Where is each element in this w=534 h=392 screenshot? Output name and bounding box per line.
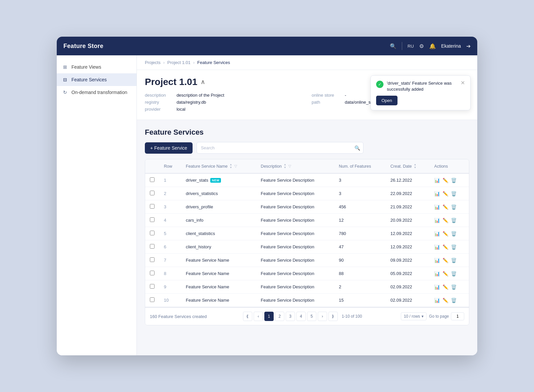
delete-icon[interactable]: 🗑️ <box>451 258 457 263</box>
row-checkbox[interactable] <box>150 257 155 262</box>
stats-icon[interactable]: 📊 <box>434 271 440 276</box>
stats-icon[interactable]: 📊 <box>434 218 440 223</box>
row-checkbox[interactable] <box>150 284 155 289</box>
search-icon[interactable]: 🔍 <box>390 43 396 49</box>
sidebar-item-feature-services[interactable]: ⊟ Feature Services <box>57 73 137 86</box>
sidebar-item-on-demand[interactable]: ↻ On-demand transformation <box>57 86 137 99</box>
search-input[interactable] <box>197 142 363 154</box>
toast-open-button[interactable]: Open <box>376 96 397 105</box>
delete-icon[interactable]: 🗑️ <box>451 244 457 250</box>
feature-services-icon: ⊟ <box>62 77 68 83</box>
row-checkbox[interactable] <box>150 191 155 195</box>
row-checkbox-cell <box>145 214 159 227</box>
row-actions: 📊 ✏️ 🗑️ <box>430 214 469 227</box>
last-page-button[interactable]: ⟫ <box>328 312 338 321</box>
edit-icon[interactable]: ✏️ <box>443 271 448 276</box>
row-checkbox[interactable] <box>150 231 155 235</box>
feature-services-table: Row Feature Service Name ▲▼ ▽ <box>145 159 469 325</box>
sidebar-item-feature-views[interactable]: ⊞ Feature Views <box>57 61 137 73</box>
table-header-row: Row Feature Service Name ▲▼ ▽ <box>145 159 469 173</box>
page-3-button[interactable]: 3 <box>286 312 295 321</box>
edit-icon[interactable]: ✏️ <box>443 178 448 183</box>
row-checkbox-cell <box>145 280 159 294</box>
prev-page-button[interactable]: ‹ <box>254 312 263 321</box>
first-page-button[interactable]: ⟪ <box>243 312 252 321</box>
delete-icon[interactable]: 🗑️ <box>451 271 457 276</box>
th-name: Feature Service Name ▲▼ ▽ <box>181 159 256 173</box>
row-checkbox-cell <box>145 200 159 214</box>
row-description: Feature Service Description <box>256 200 334 214</box>
edit-icon[interactable]: ✏️ <box>443 204 448 210</box>
name-filter-icon[interactable]: ▽ <box>234 164 237 168</box>
row-name: Feature Service Name <box>181 267 256 280</box>
stats-icon[interactable]: 📊 <box>434 204 440 210</box>
provider-label: provider <box>145 107 166 112</box>
row-checkbox[interactable] <box>150 217 155 222</box>
stats-icon[interactable]: 📊 <box>434 258 440 263</box>
pagination-center: ⟪ ‹ 1 2 3 4 5 › ⟫ 1-10 of 100 <box>243 312 365 321</box>
go-to-page-input[interactable] <box>451 312 464 320</box>
row-checkbox[interactable] <box>150 204 155 209</box>
delete-icon[interactable]: 🗑️ <box>451 191 457 196</box>
edit-icon[interactable]: ✏️ <box>443 258 448 263</box>
name-sort-icon[interactable]: ▲▼ <box>230 163 232 169</box>
app-window: Feature Store 🔍 RU ⚙ 🔔 Ekaterina ➔ ⊞ Fea… <box>57 37 477 355</box>
edit-icon[interactable]: ✏️ <box>443 191 448 196</box>
toast-close-button[interactable]: ✕ <box>461 80 465 86</box>
edit-icon[interactable]: ✏️ <box>443 284 448 290</box>
edit-icon[interactable]: ✏️ <box>443 218 448 223</box>
row-checkbox[interactable] <box>150 177 155 182</box>
stats-icon[interactable]: 📊 <box>434 178 440 183</box>
row-num-features: 47 <box>334 240 386 254</box>
desc-sort-icon[interactable]: ▲▼ <box>284 163 286 169</box>
notifications-icon[interactable]: 🔔 <box>429 43 436 49</box>
row-checkbox[interactable] <box>150 244 155 249</box>
row-actions: 📊 ✏️ 🗑️ <box>430 280 469 294</box>
actions-cell: 📊 ✏️ 🗑️ <box>434 218 464 223</box>
delete-icon[interactable]: 🗑️ <box>451 231 457 236</box>
collapse-icon[interactable]: ∧ <box>201 78 205 86</box>
stats-icon[interactable]: 📊 <box>434 244 440 250</box>
page-5-button[interactable]: 5 <box>307 312 316 321</box>
desc-filter-icon[interactable]: ▽ <box>288 164 291 168</box>
language-selector[interactable]: RU <box>408 44 414 49</box>
next-page-button[interactable]: › <box>318 312 327 321</box>
breadcrumb-projects[interactable]: Projects <box>145 60 161 65</box>
page-1-button[interactable]: 1 <box>264 312 274 321</box>
date-sort-icon[interactable]: ▲▼ <box>414 163 417 169</box>
logout-icon[interactable]: ➔ <box>466 43 471 49</box>
rows-per-page-selector[interactable]: 10 / rows ▾ <box>401 312 427 320</box>
delete-icon[interactable]: 🗑️ <box>451 204 457 210</box>
row-checkbox[interactable] <box>150 297 155 302</box>
stats-icon[interactable]: 📊 <box>434 298 440 303</box>
edit-icon[interactable]: ✏️ <box>443 298 448 303</box>
page-2-button[interactable]: 2 <box>275 312 284 321</box>
feature-services-section: Feature Services + Feature Service 🔍 <box>137 120 477 333</box>
table-row: 9 Feature Service Name Feature Service D… <box>145 280 469 294</box>
delete-icon[interactable]: 🗑️ <box>451 178 457 183</box>
toolbar: + Feature Service 🔍 <box>145 142 469 154</box>
edit-icon[interactable]: ✏️ <box>443 244 448 250</box>
delete-icon[interactable]: 🗑️ <box>451 298 457 303</box>
sidebar-label-on-demand: On-demand transformation <box>71 90 127 95</box>
th-description: Description ▲▼ ▽ <box>256 159 334 173</box>
table-row: 1 driver_statsNEW Feature Service Descri… <box>145 173 469 187</box>
row-actions: 📊 ✏️ 🗑️ <box>430 240 469 254</box>
row-creat-date: 02.09.2022 <box>386 294 430 307</box>
settings-icon[interactable]: ⚙ <box>419 43 424 49</box>
breadcrumb-project[interactable]: Project 1.01 <box>167 60 190 65</box>
stats-icon[interactable]: 📊 <box>434 284 440 290</box>
breadcrumb-current: Feature Services <box>197 60 230 65</box>
delete-icon[interactable]: 🗑️ <box>451 284 457 290</box>
content-area: Projects › Project 1.01 › Feature Servic… <box>137 55 477 355</box>
stats-icon[interactable]: 📊 <box>434 191 440 196</box>
row-checkbox[interactable] <box>150 271 155 275</box>
total-count-label: 160 Feature Services created <box>150 314 207 319</box>
edit-icon[interactable]: ✏️ <box>443 231 448 236</box>
row-name: drivers_statistics <box>181 187 256 200</box>
page-4-button[interactable]: 4 <box>296 312 306 321</box>
add-feature-service-button[interactable]: + Feature Service <box>145 142 193 154</box>
row-num-features: 12 <box>334 214 386 227</box>
stats-icon[interactable]: 📊 <box>434 231 440 236</box>
delete-icon[interactable]: 🗑️ <box>451 218 457 223</box>
